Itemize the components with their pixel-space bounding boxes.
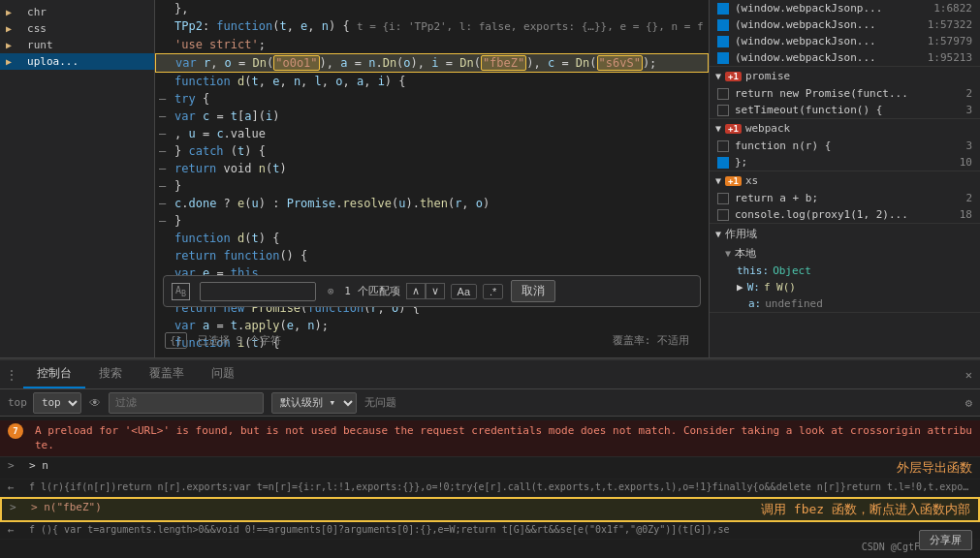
webpack-item[interactable]: }; 10	[710, 154, 980, 170]
code-content: , u = c.value	[174, 125, 705, 142]
section-header-promise[interactable]: ▼ +1 promise	[710, 67, 980, 85]
scope-arrow-sub: ▶	[737, 281, 743, 294]
code-line: – } catch (t) {	[155, 142, 709, 160]
arrow-icon: ▼	[715, 229, 721, 239]
xs-item[interactable]: console.log(proxy1(1, 2)... 18	[710, 206, 980, 223]
xs-item[interactable]: return a + b; 2	[710, 190, 980, 206]
checkbox[interactable]	[717, 52, 729, 64]
call-stack-item[interactable]: (window.webpackJson... 1:57979	[710, 33, 980, 49]
selected-chars-label: 已选择 9 个字符	[198, 334, 281, 347]
level-select[interactable]: 默认级别 ▾	[271, 392, 357, 414]
folder-icon: ▶	[6, 7, 12, 17]
tab-console[interactable]: 控制台	[23, 360, 85, 388]
checkbox[interactable]	[717, 209, 729, 221]
file-tree-item[interactable]: ▶ runt	[0, 37, 154, 53]
console-code: > n	[29, 459, 877, 472]
code-content: var r, o = Dn("o0o1"), a = n.Dn(o), i = …	[175, 54, 704, 72]
console-error-message: 7 A preload for '<URL>' is found, but is…	[0, 420, 980, 457]
console-output-row-2[interactable]: ← f (){ var t=arguments.length>0&&void 0…	[0, 522, 980, 540]
regex-button[interactable]: .*	[483, 284, 503, 299]
filter-input[interactable]	[109, 392, 264, 414]
tab-issues[interactable]: 问题	[198, 360, 248, 388]
tab-search[interactable]: 搜索	[85, 360, 136, 388]
arrow-icon: ▼	[715, 175, 721, 186]
bottom-area: ⋮ 控制台 搜索 覆盖率 问题 ✕ top top 👁 默认级别 ▾ 无问题 ⚙	[0, 358, 980, 558]
checkbox[interactable]	[717, 140, 729, 152]
code-line: function d(t, e, n, l, o, a, i) {	[155, 73, 709, 90]
checkbox[interactable]	[717, 105, 729, 116]
search-nav: ∧ ∨	[406, 283, 445, 299]
call-stack-line: 1:57322	[928, 18, 972, 31]
code-content: var c = t[a](i)	[174, 108, 705, 125]
code-content: return function() {	[174, 247, 705, 264]
cs-name: return a + b;	[735, 192, 930, 204]
section-label: promise	[745, 70, 790, 82]
tab-coverage[interactable]: 覆盖率	[136, 360, 198, 388]
search-next-button[interactable]: ∨	[426, 283, 445, 299]
section-header-xs[interactable]: ▼ +1 xs	[710, 171, 980, 190]
case-sensitive-button[interactable]: Aa	[451, 284, 477, 299]
code-line-highlighted: var r, o = Dn("o0o1"), a = n.Dn(o), i = …	[155, 53, 709, 73]
file-tree-item[interactable]: ▶ chr	[0, 4, 154, 20]
case-icon: AB	[172, 283, 190, 300]
code-content: var a = t.apply(e, n);	[174, 317, 705, 334]
call-stack-item[interactable]: (window.webpackJsonp... 1:6822	[710, 0, 980, 16]
scope-key: this:	[737, 264, 769, 277]
search-prev-button[interactable]: ∧	[406, 283, 426, 299]
console-input-row-n[interactable]: > > n 外层导出函数	[0, 457, 980, 480]
file-tree-label: runt	[27, 39, 53, 51]
scope-value: Object	[773, 264, 811, 277]
checkbox[interactable]	[717, 88, 729, 100]
console-input-row-fbez[interactable]: > > n("fbeZ") 调用 fbez 函数，断点进入函数内部	[0, 497, 980, 522]
eye-icon[interactable]: 👁	[89, 396, 101, 410]
section-header-webpack[interactable]: ▼ +1 webpack	[710, 119, 980, 138]
checkbox[interactable]	[717, 3, 729, 15]
checkbox[interactable]	[717, 36, 729, 47]
file-tree-label: chr	[27, 6, 47, 18]
cs-line: 2	[933, 192, 972, 204]
cs-name: setTimeout(function() {	[735, 104, 930, 116]
code-line: TPp2: function(t, e, n) { t = {i: 'TPp2'…	[155, 17, 709, 36]
share-button[interactable]: 分享屏	[919, 530, 972, 550]
line-dash: –	[159, 142, 167, 160]
file-tree-item-active[interactable]: ▶ uploa...	[0, 53, 154, 70]
code-line: var a = t.apply(e, n);	[155, 317, 709, 334]
checkbox[interactable]	[717, 157, 729, 169]
arrow-icon: ▼	[715, 123, 721, 134]
coverage-info: 覆盖率: 不适用	[613, 333, 689, 348]
checkbox[interactable]	[717, 19, 729, 31]
call-stack-line: 1:57979	[928, 35, 972, 47]
file-tree-item[interactable]: ▶ css	[0, 20, 154, 37]
checkbox[interactable]	[717, 193, 729, 204]
search-input[interactable]: "fbeZ"	[200, 282, 316, 301]
annotation-label: 外层导出函数	[897, 459, 972, 477]
search-cancel-button[interactable]: 取消	[511, 280, 555, 302]
top-select[interactable]: top	[33, 392, 81, 414]
bottom-tabs: ⋮ 控制台 搜索 覆盖率 问题 ✕	[0, 360, 980, 389]
section-header-scope[interactable]: ▼ 作用域	[710, 224, 980, 244]
promise-item[interactable]: return new Promise(funct... 2	[710, 85, 980, 102]
scope-arrow: ▼	[725, 248, 731, 259]
console-output-row[interactable]: ← f l(r){if(n[r])return n[r].exports;var…	[0, 480, 980, 497]
line-dash: –	[159, 195, 167, 212]
section-label: webpack	[745, 122, 790, 135]
call-stack-item[interactable]: (window.webpackJson... 1:95213	[710, 49, 980, 66]
error-text: A preload for '<URL>' is found, but is n…	[35, 423, 972, 453]
scope-key: W:	[747, 281, 760, 294]
bottom-dots-icon[interactable]: ⋮	[0, 368, 23, 382]
arrow-icon: ▼	[715, 71, 721, 81]
line-dash: –	[159, 212, 167, 230]
scope-value: undefined	[765, 297, 823, 310]
selected-chars-info: {} 已选择 9 个字符	[165, 333, 281, 348]
call-stack-item[interactable]: (window.webpackJson... 1:57322	[710, 16, 980, 33]
line-dash: –	[159, 177, 167, 195]
code-line: – }	[155, 177, 709, 195]
close-bottom-icon[interactable]: ✕	[958, 368, 980, 382]
scope-local-label: 本地	[735, 246, 756, 261]
scope-w-item: ▶ W: f W()	[710, 279, 980, 295]
settings-icon[interactable]: ⚙	[965, 396, 972, 410]
scope-header-label: 作用域	[725, 227, 757, 241]
promise-item[interactable]: setTimeout(function() { 3	[710, 102, 980, 118]
webpack-item[interactable]: function n(r) { 3	[710, 138, 980, 154]
code-line: – , u = c.value	[155, 125, 709, 142]
